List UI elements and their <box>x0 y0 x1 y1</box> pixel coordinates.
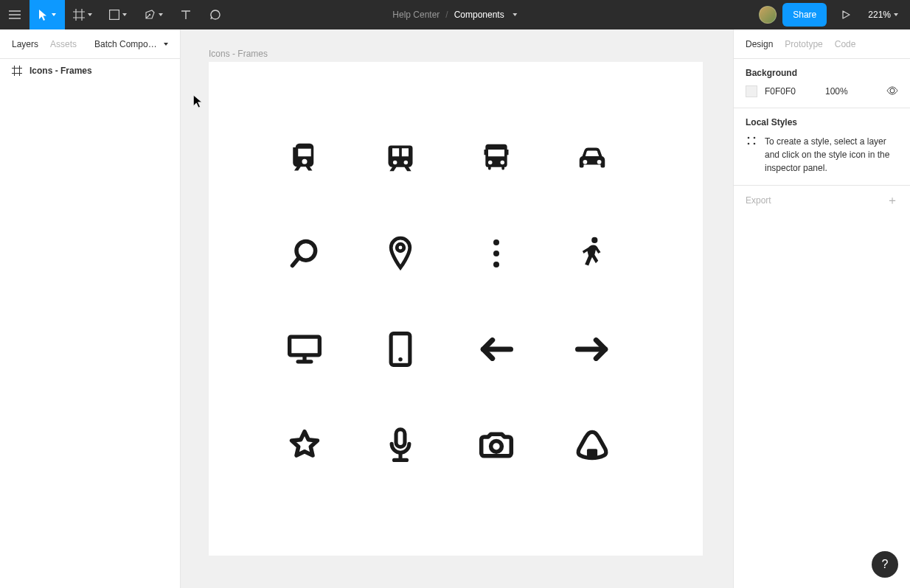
tab-code[interactable]: Code <box>835 39 856 49</box>
svg-point-23 <box>748 143 750 145</box>
svg-line-3 <box>293 258 299 266</box>
chevron-down-icon <box>88 13 92 16</box>
walking-person-icon[interactable] <box>570 231 614 276</box>
frame-icon <box>12 66 22 76</box>
svg-point-1 <box>149 14 150 15</box>
comment-icon <box>209 9 221 21</box>
more-vertical-icon[interactable] <box>474 231 518 276</box>
square-icon <box>109 10 119 20</box>
page-selector-label: Batch Compon… <box>94 39 158 49</box>
avatar[interactable] <box>759 6 777 24</box>
search-icon[interactable] <box>282 231 327 276</box>
car-icon[interactable] <box>570 136 614 180</box>
frame-tool[interactable] <box>65 0 100 29</box>
train-icon[interactable] <box>282 136 327 180</box>
frame-icon <box>73 9 85 21</box>
chevron-down-icon <box>164 43 168 46</box>
onigiri-icon[interactable] <box>570 423 614 467</box>
local-styles-hint: To create a style, select a layer and cl… <box>765 135 898 175</box>
help-button[interactable]: ? <box>872 551 898 578</box>
zoom-label: 221% <box>868 10 891 20</box>
mic-icon[interactable] <box>378 423 423 467</box>
tab-assets[interactable]: Assets <box>50 39 77 49</box>
chevron-down-icon <box>122 13 127 16</box>
present-button[interactable] <box>833 0 859 29</box>
background-title: Background <box>746 68 898 78</box>
canvas-cursor-icon <box>192 94 203 108</box>
svg-rect-16 <box>396 430 405 447</box>
svg-rect-20 <box>587 449 597 458</box>
shape-tool[interactable] <box>100 0 136 29</box>
export-section: Export ＋ <box>734 186 910 217</box>
svg-point-5 <box>493 239 499 245</box>
pen-icon <box>144 9 156 21</box>
play-icon <box>841 10 851 20</box>
styles-grid-icon <box>746 135 757 175</box>
breadcrumb-separator: / <box>445 10 448 20</box>
page-selector[interactable]: Batch Compon… <box>94 39 168 49</box>
breadcrumb[interactable]: Help Center / Components <box>392 10 517 20</box>
add-export-button[interactable]: ＋ <box>886 195 898 206</box>
pen-tool[interactable] <box>136 0 171 29</box>
tab-prototype[interactable]: Prototype <box>785 39 822 49</box>
zoom-control[interactable]: 221% <box>865 10 901 20</box>
frame-icons[interactable] <box>209 62 703 556</box>
background-swatch[interactable] <box>746 85 757 97</box>
cursor-icon <box>38 9 49 21</box>
tab-layers[interactable]: Layers <box>12 39 38 49</box>
arrow-left-icon[interactable] <box>474 327 518 371</box>
tab-design[interactable]: Design <box>746 39 773 49</box>
pin-icon[interactable] <box>378 231 423 276</box>
svg-point-4 <box>397 244 404 251</box>
canvas[interactable]: Icons - Frames <box>181 29 733 588</box>
svg-point-24 <box>754 143 756 145</box>
local-styles-section: Local Styles To create a style, select a… <box>734 108 910 186</box>
top-toolbar: Help Center / Components Share 221% <box>0 0 910 29</box>
bus-icon[interactable] <box>474 136 518 180</box>
comment-tool[interactable] <box>201 0 230 29</box>
svg-point-21 <box>748 137 750 139</box>
arrow-right-icon[interactable] <box>570 327 614 371</box>
chevron-down-icon <box>894 13 898 16</box>
svg-point-19 <box>491 441 502 452</box>
background-hex[interactable]: F0F0F0 <box>765 86 809 97</box>
share-button[interactable]: Share <box>782 3 827 27</box>
eye-icon <box>886 86 898 95</box>
background-section: Background F0F0F0 100% <box>734 59 910 108</box>
left-panel: Layers Assets Batch Compon… Icons - Fram… <box>0 29 181 588</box>
move-tool[interactable] <box>29 0 65 29</box>
subway-icon[interactable] <box>378 136 423 180</box>
breadcrumb-project[interactable]: Help Center <box>392 10 440 20</box>
svg-point-7 <box>493 262 499 267</box>
monitor-icon[interactable] <box>282 327 327 371</box>
chevron-down-icon <box>513 13 518 16</box>
layer-name: Icons - Frames <box>29 66 92 76</box>
frame-title[interactable]: Icons - Frames <box>209 49 268 59</box>
svg-point-22 <box>754 137 756 139</box>
hamburger-icon <box>9 10 21 19</box>
text-icon <box>181 10 191 20</box>
svg-rect-0 <box>110 10 119 20</box>
background-opacity[interactable]: 100% <box>825 86 848 97</box>
camera-icon[interactable] <box>474 423 518 467</box>
svg-point-6 <box>493 251 499 256</box>
visibility-toggle[interactable] <box>886 86 898 97</box>
layer-row-frame[interactable]: Icons - Frames <box>0 59 180 83</box>
breadcrumb-page[interactable]: Components <box>454 10 504 20</box>
star-icon[interactable] <box>282 423 327 467</box>
chevron-down-icon <box>52 13 56 16</box>
help-label: ? <box>882 558 889 571</box>
text-tool[interactable] <box>171 0 201 29</box>
svg-point-8 <box>591 237 597 243</box>
local-styles-title: Local Styles <box>746 117 898 127</box>
main-menu-button[interactable] <box>0 0 29 29</box>
svg-point-13 <box>398 357 402 361</box>
svg-rect-9 <box>290 337 320 355</box>
right-panel: Design Prototype Code Background F0F0F0 … <box>733 29 910 588</box>
phone-icon[interactable] <box>378 327 423 371</box>
export-title: Export <box>746 195 771 206</box>
chevron-down-icon <box>159 13 163 16</box>
